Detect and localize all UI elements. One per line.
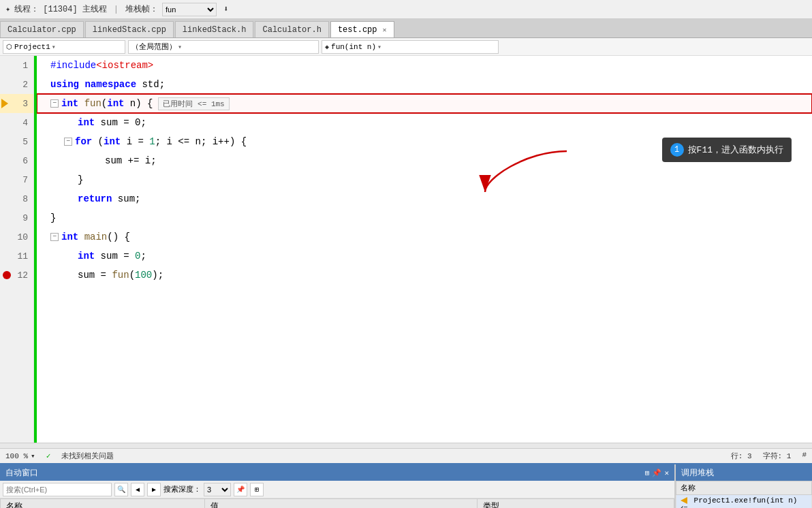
zoom-value: 100 % [5,452,28,460]
annotation-box: 1 按F11，进入函数内执行 [662,138,792,162]
code-line-4: int sum = 0; [37,113,812,132]
code-line-11: int sum = 0 ; [37,247,812,266]
line-4: 4 [0,113,33,132]
code-line-7: } [37,170,812,189]
depth-label: 搜索深度： [163,484,201,494]
line-9: 9 [0,208,33,227]
call-label-1: Project1.exe!fun(int n) 行... [676,495,812,509]
line-1: 1 [0,56,33,75]
code-line-1: #include<iostream> [37,56,812,75]
line-8: 8 [0,189,33,208]
zoom-arrow-icon: ▾ [31,451,35,460]
call-arrow-icon [681,497,687,504]
project-dropdown[interactable]: ⬡ Project1 ▾ [3,40,125,54]
line-gutter: 1 2 3 4 5 6 7 8 9 10 11 12 [0,56,34,443]
fold-icon-3[interactable]: − [50,99,59,108]
code-line-9: } [37,208,812,227]
tab-linkedstack-h[interactable]: linkedStack.h [175,21,254,37]
editor-scrollbar-h[interactable] [0,443,812,448]
auto-window-header: 自动窗口 ⊞ 📌 ✕ [0,464,674,481]
line-3: 3 [0,94,33,113]
auto-window: 自动窗口 ⊞ 📌 ✕ 🔍 ◀ ▶ 搜索深度： 3 📌 ⊞ 名称 [0,464,676,508]
col-value: 值 [205,499,478,509]
top-toolbar: ✦ 线程： [11304] 主线程 | 堆栈帧： fun ⬇ [0,0,812,19]
status-right: 行: 3 字符: 1 # [731,451,807,461]
tab-label: Calculator.h [262,25,321,35]
search-icon-btn[interactable]: 🔍 [114,483,128,496]
project-name: Project1 [14,43,50,51]
zoom-control[interactable]: 100 % ▾ [5,451,35,460]
scope-dropdown[interactable]: （全局范围） ▾ [128,40,319,54]
code-line-2: using namespace std; [37,75,812,94]
line-2: 2 [0,75,33,94]
pin-btn[interactable]: 📌 [234,483,247,496]
call-stack-title: 调用堆栈 [681,467,714,479]
tab-label: linkedStack.cpp [93,25,166,35]
code-line-12: sum = fun ( 100 ); [37,266,812,285]
col-type: 类型 [478,499,674,509]
tab-label: linkedStack.h [183,25,247,35]
annotation-number: 1 [674,145,679,155]
auto-window-search[interactable] [3,483,112,496]
toolbar-line-value: [11304] 主线程 [43,3,107,15]
call-stack-table: 名称 Project1.exe!fun(int n) 行... Project1… [676,481,812,508]
status-extra: # [802,451,807,461]
status-message: 未找到相关问题 [61,451,114,461]
green-bar [34,56,37,443]
line-11: 11 [0,247,33,266]
scope-name: （全局范围） [131,42,176,52]
status-row: 行: 3 [731,451,752,461]
tab-close-icon[interactable]: ✕ [383,26,387,34]
tab-calculator-cpp[interactable]: Calculator.cpp [0,21,84,37]
auto-window-title: 自动窗口 [5,467,38,479]
annotation-text: 按F11，进入函数内执行 [688,144,783,156]
call-stack: 调用堆栈 名称 Project1.exe!fun(int n) 行... [676,464,812,508]
tab-label: Calculator.cpp [7,25,76,35]
time-tooltip: 已用时间 <= 1ms [158,97,229,110]
tab-linkedstack-cpp[interactable]: linkedStack.cpp [85,21,174,37]
auto-window-table: 名称 值 类型 sum 0 int [0,498,674,508]
call-row-1: Project1.exe!fun(int n) 行... [676,495,812,509]
annotation-circle: 1 [670,143,684,157]
tab-bar: Calculator.cpp linkedStack.cpp linkedSta… [0,19,812,38]
tab-label: test.cpp [338,25,377,35]
depth-select[interactable]: 3 [204,483,231,496]
editor-container: 1 2 3 4 5 6 7 8 9 10 11 12 #include<iost… [0,56,812,443]
toolbar-stack-label: 堆栈帧： [125,3,158,15]
func-arrow-icon: ▾ [377,43,381,51]
execution-arrow-icon [1,99,8,108]
line-5: 5 [0,132,33,151]
status-bar: 100 % ▾ ✓ 未找到相关问题 行: 3 字符: 1 # [0,448,812,463]
tab-calculator-h[interactable]: Calculator.h [255,21,328,37]
nav-bar: ⬡ Project1 ▾ （全局范围） ▾ ◈ fun(int n) ▾ [0,38,812,56]
code-line-10: − int main () { [37,227,812,247]
line-6: 6 [0,151,33,170]
refresh-btn[interactable]: ⊞ [250,483,264,496]
auto-window-toolbar: 🔍 ◀ ▶ 搜索深度： 3 📌 ⊞ [0,481,674,498]
code-line-8: return sum; [37,189,812,208]
fold-icon-10[interactable]: − [50,233,59,241]
pin-icon[interactable]: ⊞ [645,469,650,477]
func-name: fun(int n) [331,43,376,51]
tab-test-cpp[interactable]: test.cpp ✕ [330,21,394,37]
back-btn[interactable]: ◀ [131,483,144,496]
status-ok-icon: ✓ [46,451,51,460]
breakpoint-icon [3,271,11,279]
forward-btn[interactable]: ▶ [147,483,161,496]
stack-frame-select[interactable]: fun [162,3,217,16]
col-call-name: 名称 [676,481,812,495]
func-dropdown[interactable]: ◈ fun(int n) ▾ [322,40,499,54]
auto-window-pin-icon[interactable]: 📌 [652,469,661,477]
fold-icon-5[interactable]: − [64,138,72,146]
toolbar-star: ✦ [5,4,10,14]
annotation-container: 1 按F11，进入函数内执行 [662,138,792,162]
auto-window-close-icon[interactable]: ✕ [664,469,669,477]
bottom-panel: 自动窗口 ⊞ 📌 ✕ 🔍 ◀ ▶ 搜索深度： 3 📌 ⊞ 名称 [0,463,812,508]
scope-arrow-icon: ▾ [178,43,182,51]
line-10: 10 [0,227,33,247]
line-12: 12 [0,266,33,285]
status-col: 字符: 1 [763,451,792,461]
toolbar-line-label: 线程： [14,3,39,15]
col-name: 名称 [1,499,205,509]
code-area[interactable]: #include<iostream> using namespace std; … [37,56,812,443]
